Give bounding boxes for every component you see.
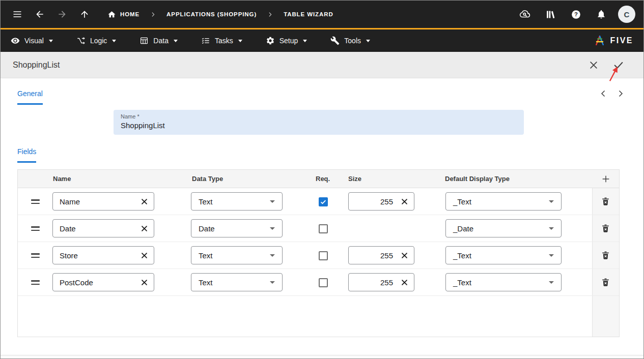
data-type-select[interactable]: Text	[191, 246, 283, 264]
data-table-icon	[139, 36, 149, 45]
field-size-input[interactable]: 255	[348, 273, 414, 291]
bell-icon[interactable]	[593, 6, 610, 23]
data-type-select[interactable]: Text	[191, 192, 283, 211]
tab-pager	[598, 88, 626, 99]
menu-item-setup[interactable]: Setup	[266, 36, 307, 45]
required-checkbox[interactable]	[319, 251, 328, 260]
clear-icon[interactable]	[401, 198, 408, 205]
breadcrumb-label: APPLICATIONS (SHOPPING)	[166, 11, 257, 17]
field-name-value: PostCode	[60, 278, 138, 287]
table-name-input[interactable]: Name * ShoppingList	[114, 110, 524, 135]
chevron-down-icon	[174, 40, 178, 42]
chevron-down-icon	[549, 281, 554, 284]
menu-item-data[interactable]: Data	[139, 36, 178, 45]
data-type-value: Text	[199, 278, 270, 287]
avatar[interactable]: C	[618, 6, 635, 23]
tab-general[interactable]: General	[17, 89, 43, 105]
add-field-button[interactable]	[593, 170, 619, 188]
table-header-row: Name Data Type Req. Size Default Display…	[18, 170, 619, 188]
menu-icon[interactable]	[9, 6, 26, 23]
delete-row-button[interactable]	[597, 193, 615, 211]
chevron-down-icon	[270, 281, 275, 284]
plus-icon	[601, 174, 611, 184]
required-checkbox[interactable]	[319, 278, 328, 287]
cloud-search-icon[interactable]	[516, 6, 534, 23]
clear-icon[interactable]	[401, 279, 408, 286]
five-logo: FIVE	[594, 35, 633, 47]
clear-icon[interactable]	[141, 279, 148, 286]
trash-icon	[601, 251, 610, 260]
trash-icon	[601, 278, 610, 287]
breadcrumb-applications[interactable]: APPLICATIONS (SHOPPING)	[166, 11, 257, 17]
checkbox-check-icon	[320, 198, 327, 205]
drag-handle[interactable]	[29, 251, 42, 260]
display-type-select[interactable]: _Date	[445, 219, 562, 237]
tab-label: Fields	[17, 147, 36, 156]
back-icon[interactable]	[31, 6, 48, 23]
breadcrumb-label: TABLE WIZARD	[284, 11, 333, 17]
display-type-value: _Text	[453, 278, 549, 287]
chevron-down-icon	[270, 227, 275, 230]
display-type-select[interactable]: _Text	[445, 192, 562, 211]
field-name-input[interactable]: PostCode	[52, 273, 154, 291]
chevron-right-icon[interactable]	[615, 88, 626, 99]
column-header-data-type: Data Type	[192, 175, 223, 183]
data-type-value: Date	[199, 224, 270, 233]
chevron-left-icon[interactable]	[598, 88, 608, 99]
drag-handle[interactable]	[29, 197, 42, 206]
field-name-input[interactable]: Date	[52, 219, 154, 237]
display-type-select[interactable]: _Text	[445, 273, 562, 291]
close-button[interactable]	[589, 60, 599, 70]
clear-icon[interactable]	[141, 252, 148, 259]
delete-row-button[interactable]	[597, 220, 615, 238]
tab-fields[interactable]: Fields	[17, 147, 36, 163]
help-icon[interactable]: ?	[567, 6, 584, 23]
chevron-down-icon	[549, 254, 554, 257]
drag-handle[interactable]	[29, 278, 42, 287]
required-checkbox[interactable]	[319, 224, 328, 233]
column-header-size: Size	[348, 175, 361, 183]
clear-icon[interactable]	[141, 225, 148, 232]
display-type-select[interactable]: _Text	[445, 246, 562, 264]
tab-label: General	[17, 89, 43, 98]
menu-item-visual[interactable]: Visual	[11, 36, 53, 45]
column-header-display-type: Default Display Type	[445, 175, 510, 183]
delete-row-button[interactable]	[597, 274, 615, 292]
field-size-input[interactable]: 255	[348, 246, 414, 264]
svg-text:?: ?	[574, 11, 578, 17]
wrench-icon	[330, 36, 340, 45]
breadcrumb-table-wizard[interactable]: TABLE WIZARD	[284, 11, 333, 17]
save-button[interactable]	[613, 59, 624, 71]
forward-icon[interactable]	[53, 6, 71, 23]
data-type-select[interactable]: Text	[191, 273, 283, 291]
clear-icon[interactable]	[401, 252, 408, 259]
field-size-value: 255	[355, 251, 398, 260]
home-icon	[107, 10, 116, 19]
trash-icon	[601, 197, 610, 206]
menu-item-tools[interactable]: Tools	[330, 36, 370, 45]
field-size-input[interactable]: 255	[348, 192, 414, 211]
chevron-down-icon	[112, 40, 116, 42]
breadcrumb-home[interactable]: HOME	[107, 10, 139, 19]
menu-item-label: Visual	[24, 37, 44, 45]
delete-row-button[interactable]	[597, 247, 615, 265]
column-header-name: Name	[53, 175, 71, 183]
field-name-input[interactable]: Name	[52, 192, 154, 211]
menu-item-tasks[interactable]: Tasks	[201, 36, 242, 45]
chevron-down-icon	[366, 40, 370, 42]
data-type-select[interactable]: Date	[191, 219, 283, 237]
chevron-down-icon	[49, 40, 53, 42]
clear-icon[interactable]	[141, 198, 148, 205]
library-icon[interactable]	[542, 6, 559, 23]
drag-handle[interactable]	[29, 224, 42, 233]
menu-item-label: Tasks	[215, 37, 233, 45]
required-checkbox[interactable]	[319, 197, 328, 206]
menu-item-logic[interactable]: Logic	[76, 36, 116, 45]
tasks-checklist-icon	[201, 36, 210, 45]
data-type-value: Text	[199, 251, 270, 260]
up-icon[interactable]	[76, 6, 93, 23]
data-type-value: Text	[199, 197, 270, 206]
field-name-input[interactable]: Store	[52, 246, 154, 264]
content-area: General Name * ShoppingList Fields Name …	[1, 78, 643, 355]
chevron-down-icon	[238, 40, 242, 42]
